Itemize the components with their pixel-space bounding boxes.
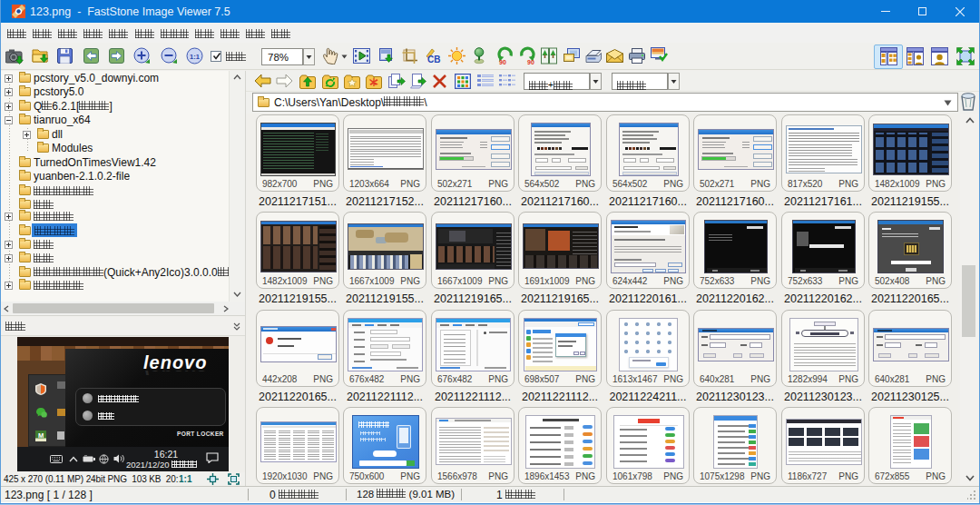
svg-text:M: M bbox=[38, 431, 44, 440]
svg-text:90: 90 bbox=[499, 59, 506, 65]
svg-text:CB: CB bbox=[427, 54, 440, 64]
svg-text:1:1: 1:1 bbox=[190, 53, 200, 61]
svg-text:90: 90 bbox=[527, 59, 534, 65]
